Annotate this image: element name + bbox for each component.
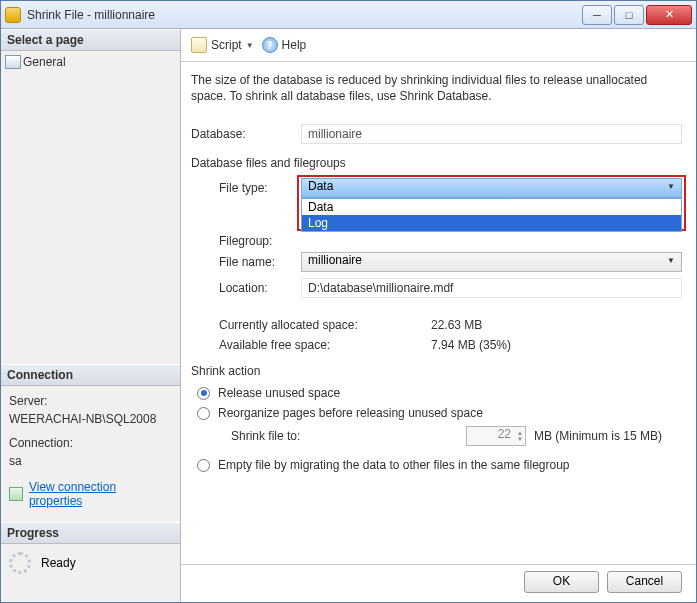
shrink-action-label: Shrink action [191, 364, 682, 378]
connection-header: Connection [1, 364, 180, 386]
option-release-unused[interactable]: Release unused space [197, 386, 682, 400]
filetype-combo[interactable]: Data Data Log [301, 178, 682, 198]
server-label: Server: [9, 392, 172, 410]
left-panel: Select a page General Connection Server:… [1, 29, 181, 602]
toolbar: Script ▼ ? Help [181, 29, 696, 62]
progress-header: Progress [1, 522, 180, 544]
freespace-value: 7.94 MB (35%) [431, 338, 682, 352]
radio-icon [197, 459, 210, 472]
script-button[interactable]: Script ▼ [191, 37, 254, 53]
select-page-header: Select a page [1, 29, 180, 51]
cancel-button[interactable]: Cancel [607, 571, 682, 593]
button-bar: OK Cancel [181, 564, 696, 602]
close-button[interactable]: ✕ [646, 5, 692, 25]
allocated-label: Currently allocated space: [191, 318, 431, 332]
allocated-value: 22.63 MB [431, 318, 682, 332]
filetype-option-log[interactable]: Log [302, 215, 681, 231]
shrink-file-dialog: Shrink File - millionnaire ─ □ ✕ Select … [0, 0, 697, 603]
filegroup-label: Filegroup: [219, 234, 301, 248]
radio-icon [197, 407, 210, 420]
connection-value: sa [9, 452, 172, 470]
maximize-button[interactable]: □ [614, 5, 644, 25]
option-reorganize[interactable]: Reorganize pages before releasing unused… [197, 406, 682, 420]
filetype-label: File type: [219, 181, 301, 195]
help-icon: ? [262, 37, 278, 53]
filetype-dropdown[interactable]: Data Log [301, 198, 682, 232]
option-empty-label: Empty file by migrating the data to othe… [218, 458, 570, 472]
script-icon [191, 37, 207, 53]
properties-icon [9, 487, 23, 501]
server-value: WEERACHAI-NB\SQL2008 [9, 410, 172, 428]
progress-state: Ready [41, 556, 76, 570]
help-label: Help [282, 38, 307, 52]
location-value: D:\database\millionaire.mdf [301, 278, 682, 298]
right-panel: Script ▼ ? Help The size of the database… [181, 29, 696, 602]
progress-spinner-icon [9, 552, 31, 574]
option-reorganize-label: Reorganize pages before releasing unused… [218, 406, 483, 420]
titlebar[interactable]: Shrink File - millionnaire ─ □ ✕ [1, 1, 696, 29]
view-connection-properties-link[interactable]: View connection properties [29, 480, 172, 508]
database-icon [5, 7, 21, 23]
files-group-label: Database files and filegroups [191, 156, 682, 170]
window-title: Shrink File - millionnaire [27, 8, 580, 22]
nav-item-general[interactable]: General [1, 51, 180, 73]
option-empty-file[interactable]: Empty file by migrating the data to othe… [197, 458, 682, 472]
help-button[interactable]: ? Help [262, 37, 307, 53]
filename-label: File name: [219, 255, 301, 269]
shrink-to-spinner[interactable]: 22 [466, 426, 526, 446]
filename-combo[interactable]: millionaire [301, 252, 682, 272]
connection-label: Connection: [9, 434, 172, 452]
intro-text: The size of the database is reduced by s… [191, 72, 682, 104]
database-label: Database: [191, 127, 301, 141]
script-label: Script [211, 38, 242, 52]
shrink-to-label: Shrink file to: [191, 429, 301, 443]
radio-icon [197, 387, 210, 400]
shrink-to-hint: MB (Minimum is 15 MB) [534, 429, 662, 443]
freespace-label: Available free space: [191, 338, 431, 352]
database-field: millionaire [301, 124, 682, 144]
filetype-option-data[interactable]: Data [302, 199, 681, 215]
ok-button[interactable]: OK [524, 571, 599, 593]
minimize-button[interactable]: ─ [582, 5, 612, 25]
location-label: Location: [219, 281, 301, 295]
option-release-label: Release unused space [218, 386, 340, 400]
chevron-down-icon: ▼ [246, 41, 254, 50]
